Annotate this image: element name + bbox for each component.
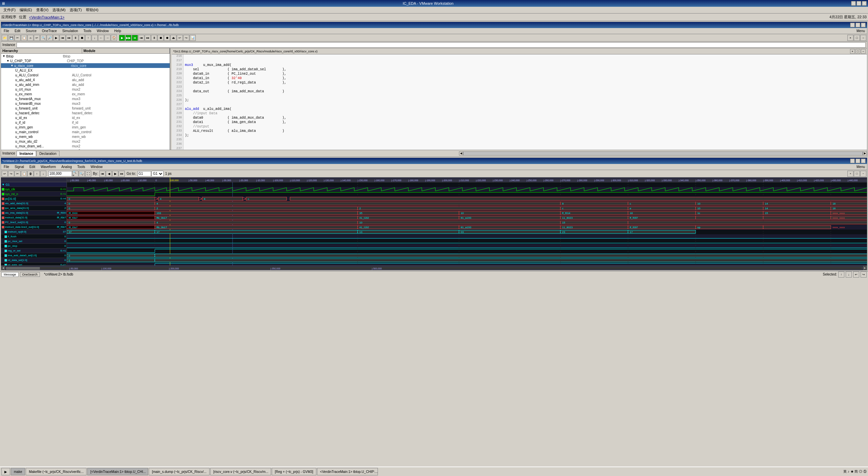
toolbar-btn-13[interactable]: ⏹ — [79, 35, 85, 41]
menu-file[interactable]: 文件(F) — [1, 7, 18, 13]
tree-item-mux-imm[interactable]: u_mux_imm mux2 — [1, 148, 170, 150]
wave-tool-7[interactable]: ↓ — [40, 171, 46, 177]
toolbar-btn-12[interactable]: ⏸ — [72, 35, 78, 41]
toolbar-btn-2[interactable]: 💾 — [8, 35, 14, 41]
wave-tab-label[interactable]: *cnWave:2> tb.fsdb — [44, 272, 73, 276]
toolbar-btn-11[interactable]: ⏭ — [66, 35, 72, 41]
taskbar-verdin1[interactable]: [<VerdinTraceMain:1> tbtop.U_CHI... — [87, 468, 148, 475]
toolbar-btn-7[interactable]: 🔍 — [40, 35, 46, 41]
scroll-right-btn[interactable]: ▶ — [863, 151, 867, 156]
wave-prev-edge2[interactable]: ◀ — [106, 171, 112, 177]
toolbar-btn-27[interactable]: ↪ — [183, 35, 189, 41]
tree-item-tbtop[interactable]: ▼ tbtop tbtop — [1, 54, 170, 58]
wave-zoom-out[interactable]: 🔍- — [79, 171, 85, 177]
wave-tool-close[interactable]: × — [847, 171, 853, 177]
wave-scroll-left[interactable]: ◀ — [1, 266, 5, 270]
taskbar-makefile[interactable]: Makefile (~lc_prjs/CK_Riscv/verific... — [26, 468, 87, 475]
wave-drawing-area[interactable]: |-50,000 |-40,000 |-30,000 |-20,000 |-10… — [67, 177, 867, 265]
tree-item-crt-mux[interactable]: u_crt_mux mux2 — [1, 87, 170, 92]
tree-item-forwardb-mux[interactable]: u_forwardB_mux mux3 — [1, 101, 170, 106]
tree-item-main-control[interactable]: u_main_control main_control — [1, 129, 170, 134]
verdi-menu-simulation[interactable]: Simulation — [60, 28, 80, 33]
msg-tab-onesearch[interactable]: OneSearch — [20, 272, 40, 277]
toolbar-btn-6[interactable]: ↩ — [34, 35, 40, 41]
menu-tools[interactable]: 选项(T) — [68, 7, 84, 13]
tree-item-mux-alu-d2[interactable]: u_mux_alu_d2 mux2 — [1, 139, 170, 144]
wave-next-edge[interactable]: ▶ — [112, 171, 118, 177]
wave-minimize[interactable]: − — [850, 159, 855, 163]
tree-item-alu-control[interactable]: u_ALU_Control ALU_Control — [1, 73, 170, 77]
goto-input[interactable] — [138, 171, 151, 176]
wave-tool-1[interactable]: ↩ — [2, 171, 8, 177]
toolbar-btn-22[interactable]: ⏸ — [151, 35, 157, 41]
code-editor[interactable]: 216 217 218mux3 u_mux_ima_add( 219 sel (… — [172, 54, 867, 150]
tree-item-mux-dram[interactable]: u_mux_dram_wd... mux2 — [1, 144, 170, 148]
wave-menu-edit[interactable]: Edit — [27, 164, 37, 169]
menu-view[interactable]: 查看(V) — [34, 7, 51, 13]
wave-prev-edge[interactable]: ⏮ — [99, 171, 105, 177]
toolbar-btn-24[interactable]: ⏺ — [164, 35, 170, 41]
toolbar-btn-26[interactable]: ↩ — [177, 35, 183, 41]
toolbar-restore[interactable]: □ — [854, 35, 860, 41]
toolbar-btn-8[interactable]: 🔎 — [47, 35, 53, 41]
bottom-btn-3[interactable]: ↩ — [853, 271, 859, 278]
taskbar-reg[interactable]: [Reg + (~lc_prjs) - GVM3] — [272, 468, 316, 475]
bottom-btn-1[interactable]: ↑ — [838, 271, 844, 278]
toolbar-btn-1[interactable]: 📁 — [2, 35, 8, 41]
wave-scroll-right[interactable]: ▶ — [863, 266, 867, 270]
toolbar-btn-21[interactable]: ⏭ — [145, 35, 151, 41]
taskbar-riscv-core[interactable]: [riscv_core.v (~lc_prjs/CK_Riscv/m... — [210, 468, 271, 475]
taskbar-make[interactable]: make — [11, 468, 25, 475]
toolbar-btn-14[interactable]: ↑ — [85, 35, 91, 41]
wave-tool-6[interactable]: ↑ — [34, 171, 40, 177]
wave-tool-4[interactable]: 📋 — [21, 171, 27, 177]
tree-item-imm-gen[interactable]: u_imm_gen imm_gen — [1, 125, 170, 129]
toolbar-btn-green2[interactable]: ▶▶ — [125, 35, 131, 41]
wave-zoom-in[interactable]: 🔍+ — [72, 171, 78, 177]
toolbar-btn-17[interactable]: → — [104, 35, 111, 41]
code-close-btn[interactable]: × — [850, 49, 855, 54]
instance-path-input[interactable] — [17, 42, 866, 48]
tree-item-hazard-detec[interactable]: u_hazard_detec hazard_detec — [1, 111, 170, 115]
hierarchy-tree[interactable]: ▼ tbtop tbtop ▼ U_CHIP_TOP CHIP_TOP ▼ u_… — [1, 54, 170, 150]
wave-zoom-fit[interactable]: ⛶ — [85, 171, 91, 177]
wave-menu-tools[interactable]: Tools — [75, 164, 87, 169]
verdi-menu-onetrace[interactable]: OneTrace — [40, 28, 59, 33]
wave-maximize[interactable]: □ — [855, 159, 860, 163]
wave-menu-analog[interactable]: Analog — [59, 164, 74, 169]
verdi-menu-file[interactable]: File — [2, 28, 11, 33]
maximize-button[interactable]: □ — [857, 1, 861, 6]
horizontal-scrollbar[interactable] — [463, 151, 863, 156]
verdi-maximize[interactable]: □ — [855, 23, 860, 27]
scroll-left-btn[interactable]: ◀ — [459, 151, 463, 156]
toolbar-btn-20[interactable]: ⏮ — [138, 35, 144, 41]
tree-item-chip-top[interactable]: ▼ U_CHIP_TOP CHIP_TOP — [1, 58, 170, 63]
tab-declaration[interactable]: Declaration — [36, 151, 59, 156]
wave-menu-signal[interactable]: Signal — [13, 164, 26, 169]
tree-item-ex-mem[interactable]: u_ex_mem ex_mem — [1, 92, 170, 96]
toolbar-min2[interactable]: − — [860, 35, 866, 41]
tree-item-forward-unit[interactable]: u_forward_unit forward_unit — [1, 106, 170, 111]
toolbar-close[interactable]: × — [847, 35, 853, 41]
toolbar-btn-15[interactable]: ↓ — [92, 35, 98, 41]
msg-tab-message[interactable]: Message — [1, 272, 19, 277]
verdi-menu-tools[interactable]: Tools — [81, 28, 93, 33]
toolbar-btn-5[interactable]: ⎌ — [27, 35, 33, 41]
toolbar-btn-16[interactable]: ← — [98, 35, 104, 41]
tab-instance[interactable]: Instance — [17, 151, 37, 156]
toolbar-btn-23[interactable]: ⏹ — [158, 35, 164, 41]
verdi-close[interactable]: × — [861, 23, 866, 27]
verdi-menu-edit[interactable]: Edit — [13, 28, 22, 33]
toolbar-btn-9[interactable]: ▶ — [53, 35, 59, 41]
verdi-menu-source[interactable]: Source — [24, 28, 39, 33]
tree-item-forwarda-mux[interactable]: u_forwardA_mux mux3 — [1, 96, 170, 101]
taskbar-verdin2[interactable]: <VerdinTraceMain:1> tbtop.U_CHIP:... — [317, 468, 378, 475]
close-button[interactable]: × — [862, 1, 867, 6]
tree-item-id-ex[interactable]: u_id_ex id_ex — [1, 115, 170, 120]
tree-item-if-id[interactable]: u_if_id if_id — [1, 120, 170, 125]
bottom-btn-4[interactable]: ↪ — [861, 271, 867, 278]
toolbar-btn-10[interactable]: ⏮ — [59, 35, 66, 41]
wave-tool-3[interactable]: ✂ — [15, 171, 21, 177]
wave-close[interactable]: × — [861, 159, 866, 163]
wave-next-edge2[interactable]: ⏭ — [119, 171, 125, 177]
